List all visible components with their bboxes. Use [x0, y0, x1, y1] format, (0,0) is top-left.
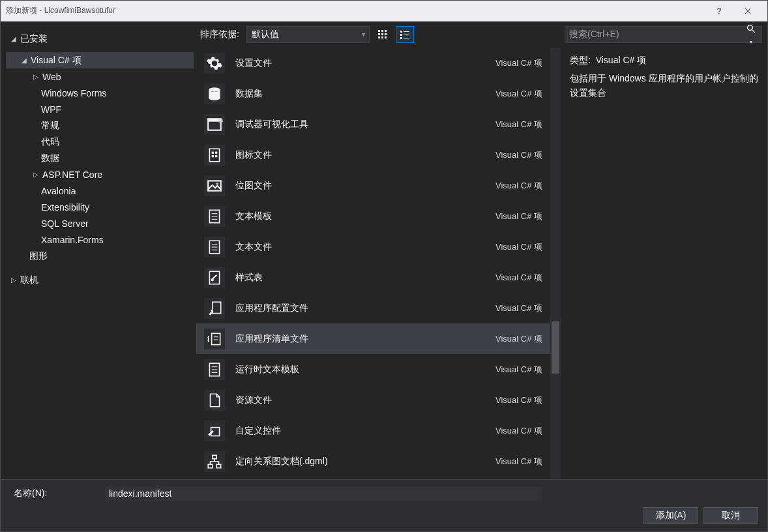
scrollbar-thumb[interactable]	[552, 321, 559, 374]
template-name: 数据集	[235, 88, 485, 100]
chevron-right-icon: ▷	[32, 171, 40, 179]
sort-label: 排序依据:	[200, 29, 242, 40]
tree-item-extensibility[interactable]: Extensibility	[6, 199, 194, 215]
template-item[interactable]: 文本文件Visual C# 项	[196, 231, 550, 262]
scrollbar[interactable]	[550, 48, 561, 479]
type-value: Visual C# 项	[596, 55, 647, 65]
tree-label: Visual C# 项	[31, 55, 81, 66]
tree-label: Extensibility	[41, 202, 89, 213]
svg-rect-37	[212, 333, 220, 344]
tree-label: WPF	[41, 104, 61, 115]
svg-rect-12	[404, 35, 409, 35]
view-list-button[interactable]	[396, 26, 414, 43]
template-item[interactable]: 样式表Visual C# 项	[196, 262, 550, 293]
tree-item-aspnetcore[interactable]: ▷ ASP.NET Core	[6, 166, 194, 183]
template-item[interactable]: 定向关系图文档(.dgml)Visual C# 项	[196, 446, 550, 477]
tree-item-avalonia[interactable]: Avalonia	[6, 183, 194, 199]
template-item[interactable]: C#调试器可视化工具Visual C# 项	[196, 109, 550, 140]
template-name: 应用程序清单文件	[235, 333, 485, 345]
svg-rect-5	[385, 33, 387, 35]
template-type: Visual C# 项	[495, 303, 542, 314]
template-type: Visual C# 项	[495, 241, 542, 253]
search-icon[interactable]: ▾	[745, 24, 758, 46]
template-item[interactable]: 应用程序配置文件Visual C# 项	[196, 293, 550, 323]
tree-label: Web	[42, 72, 61, 82]
tree-item-general[interactable]: 常规	[6, 117, 194, 134]
name-label: 名称(N):	[14, 488, 53, 499]
template-type: Visual C# 项	[495, 333, 542, 345]
template-description: 类型: Visual C# 项 包括用于 Windows 应用程序的用户帐户控制…	[561, 48, 767, 105]
tree-graphics[interactable]: 图形	[6, 248, 194, 264]
template-type: Visual C# 项	[495, 272, 542, 284]
tree-label: 已安装	[20, 33, 48, 45]
template-name: 样式表	[235, 272, 485, 284]
tree-item-code[interactable]: 代码	[6, 134, 194, 150]
help-button[interactable]: ?	[705, 1, 733, 21]
template-item[interactable]: 应用程序清单文件Visual C# 项	[196, 323, 550, 354]
cancel-button[interactable]: 取消	[703, 507, 758, 524]
template-item[interactable]: 位图文件Visual C# 项	[196, 170, 550, 201]
chevron-down-icon: ◢	[20, 57, 28, 65]
file-lines-icon	[204, 359, 225, 380]
chevron-down-icon: ▾	[362, 31, 365, 38]
close-button[interactable]	[733, 1, 762, 21]
template-item[interactable]: 自定义控件Visual C# 项	[196, 415, 550, 446]
template-item[interactable]: 运行时文本模板Visual C# 项	[196, 354, 550, 385]
tree-item-web[interactable]: ▷ Web	[6, 68, 194, 85]
svg-rect-11	[400, 34, 402, 36]
detail-panel: 搜索(Ctrl+E) ▾ 类型: Visual C# 项 包括用于 Window…	[561, 22, 767, 479]
category-tree[interactable]: ◢ 已安装 ◢ Visual C# 项 ▷ Web Windows Forms …	[1, 22, 196, 479]
template-panel: 排序依据: 默认值 ▾ 设置文件Visual C# 项数据集Visual C# …	[196, 22, 561, 479]
tree-item-sqlserver[interactable]: SQL Server	[6, 215, 194, 231]
template-type: Visual C# 项	[495, 425, 542, 437]
svg-rect-23	[215, 155, 217, 157]
template-list[interactable]: 设置文件Visual C# 项数据集Visual C# 项C#调试器可视化工具V…	[196, 48, 561, 479]
tree-item-xamarinforms[interactable]: Xamarin.Forms	[6, 231, 194, 248]
titlebar: 添加新项 - LicowfimiBawsotufur ?	[1, 1, 767, 22]
add-button[interactable]: 添加(A)	[643, 507, 698, 524]
pencil-square-icon	[204, 421, 225, 441]
tree-label: 常规	[41, 120, 59, 132]
template-name: 资源文件	[235, 394, 485, 406]
diagram-icon	[204, 451, 225, 472]
tree-installed[interactable]: ◢ 已安装	[6, 31, 194, 47]
view-grid-button[interactable]	[374, 26, 392, 43]
template-item[interactable]: 数据集Visual C# 项	[196, 78, 550, 109]
template-item[interactable]: 资源文件Visual C# 项	[196, 385, 550, 415]
svg-rect-13	[400, 37, 402, 39]
svg-point-25	[216, 183, 218, 185]
sort-combo[interactable]: 默认值 ▾	[246, 26, 370, 43]
tree-item-wpf[interactable]: WPF	[6, 101, 194, 117]
template-type: Visual C# 项	[495, 211, 542, 222]
svg-rect-45	[213, 455, 217, 458]
chevron-right-icon: ▷	[10, 276, 18, 284]
svg-rect-14	[404, 38, 409, 38]
gear-icon	[204, 53, 225, 74]
search-placeholder: 搜索(Ctrl+E)	[569, 29, 619, 40]
svg-point-15	[209, 87, 220, 92]
chevron-down-icon: ◢	[10, 35, 18, 43]
tree-visual-csharp[interactable]: ◢ Visual C# 项	[6, 52, 194, 68]
template-type: Visual C# 项	[495, 364, 542, 376]
tree-label: Xamarin.Forms	[41, 235, 104, 245]
svg-rect-20	[212, 151, 214, 153]
description-text: 包括用于 Windows 应用程序的用户帐户控制的设置集合	[570, 71, 758, 100]
chevron-right-icon: ▷	[32, 73, 40, 81]
name-input[interactable]	[105, 486, 542, 501]
tree-item-winforms[interactable]: Windows Forms	[6, 85, 194, 101]
sort-bar: 排序依据: 默认值 ▾	[196, 22, 561, 48]
template-item[interactable]: 图标文件Visual C# 项	[196, 140, 550, 170]
template-type: Visual C# 项	[495, 180, 542, 192]
tree-item-data[interactable]: 数据	[6, 150, 194, 166]
file-lines-icon	[204, 206, 225, 227]
svg-rect-22	[212, 155, 214, 157]
svg-rect-46	[208, 464, 213, 467]
sort-value: 默认值	[252, 29, 279, 40]
wrench-file-icon	[204, 298, 225, 319]
template-item[interactable]: 设置文件Visual C# 项	[196, 48, 550, 78]
svg-point-35	[211, 278, 214, 281]
svg-rect-36	[213, 302, 221, 313]
search-input[interactable]: 搜索(Ctrl+E) ▾	[565, 26, 762, 43]
tree-online[interactable]: ▷ 联机	[6, 272, 194, 288]
template-item[interactable]: 文本模板Visual C# 项	[196, 201, 550, 231]
